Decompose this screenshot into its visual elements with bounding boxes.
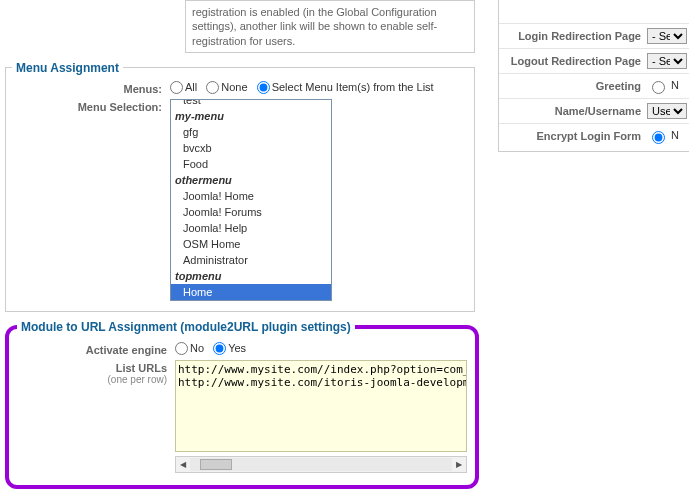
activate-no-label: No bbox=[190, 342, 204, 354]
listbox-item[interactable]: Joomla! Home bbox=[171, 188, 331, 204]
name-username-label: Name/Username bbox=[501, 105, 647, 117]
menu-selection-listbox[interactable]: News Feedstesttestmy-menugfgbvcxbFoodoth… bbox=[170, 99, 332, 301]
greeting-radio[interactable] bbox=[652, 81, 665, 94]
list-urls-label: List URLs (one per row) bbox=[17, 360, 175, 385]
activate-yes-radio[interactable] bbox=[213, 342, 226, 355]
listbox-group-header: othermenu bbox=[171, 172, 331, 188]
listbox-group-header: my-menu bbox=[171, 108, 331, 124]
module2url-fieldset: Module to URL Assignment (module2URL plu… bbox=[5, 320, 479, 489]
scroll-thumb[interactable] bbox=[200, 459, 232, 470]
listbox-item[interactable]: Joomla! Forums bbox=[171, 204, 331, 220]
listbox-item[interactable]: Administrator bbox=[171, 252, 331, 268]
menu-assignment-fieldset: Menu Assignment Menus: All None Select M… bbox=[5, 61, 475, 312]
logout-redir-label: Logout Redirection Page bbox=[501, 55, 647, 67]
activate-yes-label: Yes bbox=[228, 342, 246, 354]
listbox-item[interactable]: bvcxb bbox=[171, 140, 331, 156]
encrypt-opt: N bbox=[671, 129, 679, 141]
name-username-select[interactable]: Usern bbox=[647, 103, 687, 119]
listbox-item[interactable]: OSM Home bbox=[171, 236, 331, 252]
encrypt-radio[interactable] bbox=[652, 131, 665, 144]
menus-radio-group: All None Select Menu Item(s) from the Li… bbox=[170, 81, 468, 95]
greeting-label: Greeting bbox=[501, 80, 647, 92]
menus-none-radio[interactable] bbox=[206, 81, 219, 94]
right-params-panel: Login Redirection Page - Sele Logout Red… bbox=[498, 0, 689, 152]
module2url-legend: Module to URL Assignment (module2URL plu… bbox=[17, 320, 355, 334]
menus-select-label: Select Menu Item(s) from the List bbox=[272, 81, 434, 93]
activate-no-radio[interactable] bbox=[175, 342, 188, 355]
login-redir-label: Login Redirection Page bbox=[501, 30, 647, 42]
menu-assignment-legend: Menu Assignment bbox=[12, 61, 123, 75]
scroll-left-icon[interactable]: ◀ bbox=[176, 460, 190, 469]
listbox-item[interactable]: Home bbox=[171, 284, 331, 300]
greeting-opt: N bbox=[671, 79, 679, 91]
menus-all-label: All bbox=[185, 81, 197, 93]
menu-selection-label: Menu Selection: bbox=[12, 99, 170, 113]
listbox-item[interactable]: Joomla! Help bbox=[171, 220, 331, 236]
scroll-right-icon[interactable]: ▶ bbox=[452, 460, 466, 469]
encrypt-label: Encrypt Login Form bbox=[501, 130, 647, 142]
menus-select-radio[interactable] bbox=[257, 81, 270, 94]
module-description: registration is enabled (in the Global C… bbox=[185, 0, 475, 53]
logout-redir-select[interactable]: - Sele bbox=[647, 53, 687, 69]
listbox-item[interactable]: Food bbox=[171, 156, 331, 172]
list-urls-textarea[interactable] bbox=[175, 360, 467, 452]
listbox-item[interactable]: gfg bbox=[171, 124, 331, 140]
listbox-item[interactable]: test bbox=[171, 99, 331, 108]
listbox-group-header: topmenu bbox=[171, 268, 331, 284]
menus-all-radio[interactable] bbox=[170, 81, 183, 94]
login-redir-select[interactable]: - Sele bbox=[647, 28, 687, 44]
menus-none-label: None bbox=[221, 81, 247, 93]
menus-label: Menus: bbox=[12, 81, 170, 95]
activate-engine-label: Activate engine bbox=[17, 342, 175, 356]
textarea-hscrollbar[interactable]: ◀ ▶ bbox=[175, 456, 467, 473]
